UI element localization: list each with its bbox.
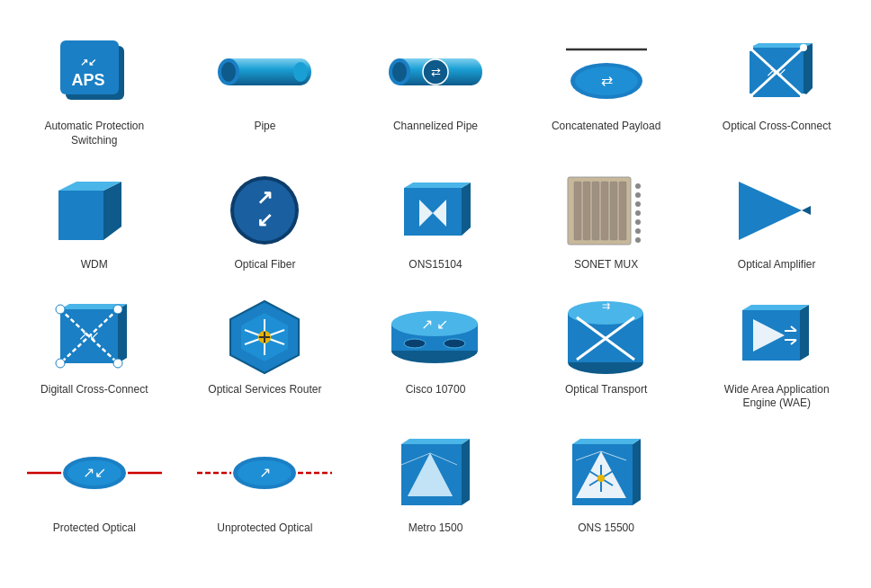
label-ofib: Optical Fiber [234,258,295,272]
svg-marker-20 [804,43,813,97]
item-amp[interactable]: Optical Amplifier [691,156,862,281]
item-dcc[interactable]: ↗↙ Digitall Cross-Connect [9,281,180,420]
label-aps: Automatic ProtectionSwitching [44,120,144,147]
label-metro: Metro 1500 [409,521,463,536]
svg-text:↗↙: ↗↙ [78,328,100,343]
label-amp: Optical Amplifier [738,258,816,272]
svg-point-24 [746,44,753,51]
item-osr[interactable]: Optical Services Router [180,281,351,420]
item-cisco10700[interactable]: ↗ ↙ Cisco 10700 [350,281,521,420]
svg-point-51 [635,201,641,207]
item-prot[interactable]: ↗↙ Protected Optical [9,420,180,545]
label-occ: Optical Cross-Connect [723,120,831,134]
label-unprot: Unprotected Optical [217,521,312,536]
svg-point-11 [392,62,407,82]
svg-rect-44 [583,182,590,240]
label-ot: Optical Transport [565,383,647,397]
svg-point-25 [800,44,807,51]
item-ons15500[interactable]: ONS 15500 [521,420,692,545]
svg-marker-57 [802,206,811,215]
svg-text:APS: APS [71,71,104,89]
svg-point-54 [635,228,641,234]
svg-text:↗↙: ↗↙ [83,465,106,480]
label-cpipe: Channelized Pipe [393,120,478,134]
svg-marker-38 [404,183,471,188]
svg-point-80 [404,339,426,348]
svg-rect-45 [592,182,599,240]
item-ofib[interactable]: ↗ ↙ Optical Fiber [180,156,351,281]
svg-marker-30 [103,182,121,240]
svg-point-52 [635,210,641,216]
svg-point-65 [56,359,65,368]
svg-text:↗: ↗ [259,465,271,480]
svg-text:↗: ↗ [256,186,273,209]
item-metro[interactable]: Metro 1500 [350,420,521,545]
label-concat: Concatenated Payload [552,120,660,134]
item-cpipe[interactable]: ⇄ Channelized Pipe [350,18,521,156]
svg-text:↗↙: ↗↙ [766,65,787,79]
label-osr: Optical Services Router [208,383,321,397]
svg-point-66 [113,359,122,368]
svg-point-6 [221,62,236,82]
svg-point-64 [113,305,122,314]
svg-point-12 [461,58,482,85]
empty-cell [691,420,862,545]
svg-point-50 [635,192,641,198]
svg-marker-107 [462,439,470,505]
item-ot[interactable]: ⇉ Optical Transport [521,281,692,420]
item-occ[interactable]: ↗↙ Optical Cross-Connect [691,18,862,156]
svg-marker-29 [58,191,103,240]
item-aps[interactable]: ↗↙ APS Automatic ProtectionSwitching [9,18,180,156]
svg-point-55 [635,237,641,243]
svg-text:⇄: ⇄ [600,73,612,88]
item-ons15104[interactable]: ONS15104 [350,156,521,281]
icon-grid: ↗↙ APS Automatic ProtectionSwitching [0,0,871,563]
item-sonet[interactable]: SONET MUX [521,156,692,281]
svg-marker-90 [742,305,809,310]
item-concat[interactable]: ⇄ Concatenated Payload [521,18,692,156]
svg-rect-43 [574,182,581,240]
label-wae: Wide Area ApplicationEngine (WAE) [724,383,830,411]
svg-rect-48 [619,182,626,240]
svg-point-120 [597,475,605,482]
label-cisco10700: Cisco 10700 [406,383,466,397]
svg-point-49 [635,183,641,189]
svg-marker-114 [633,439,641,505]
item-unprot[interactable]: ↗ Unprotected Optical [180,420,351,545]
svg-marker-89 [800,305,809,361]
svg-marker-115 [572,439,641,444]
svg-text:⇉: ⇉ [602,300,610,311]
svg-rect-46 [601,182,608,240]
svg-text:⇄: ⇄ [430,66,440,79]
svg-text:↗↙: ↗↙ [80,57,96,67]
label-ons15500: ONS 15500 [578,521,634,536]
svg-point-63 [56,305,65,314]
svg-marker-108 [401,439,470,444]
label-dcc: Digitall Cross-Connect [40,383,148,397]
svg-point-27 [800,94,807,101]
svg-marker-36 [404,188,462,236]
item-pipe[interactable]: Pipe [180,18,351,156]
svg-text:↙: ↙ [256,209,273,231]
label-ons15104: ONS15104 [409,258,462,272]
svg-marker-37 [462,183,471,236]
svg-rect-47 [610,182,617,240]
svg-marker-56 [739,182,802,240]
label-wdm: WDM [81,258,108,272]
svg-point-81 [444,339,465,348]
svg-point-53 [635,219,641,225]
label-pipe: Pipe [254,120,275,134]
item-wae[interactable]: Wide Area ApplicationEngine (WAE) [691,281,862,420]
svg-text:↗ ↙: ↗ ↙ [421,316,448,332]
label-sonet: SONET MUX [574,258,638,272]
svg-point-26 [746,94,753,101]
svg-point-8 [293,62,308,82]
label-prot: Protected Optical [53,521,136,536]
item-wdm[interactable]: WDM [9,156,180,281]
